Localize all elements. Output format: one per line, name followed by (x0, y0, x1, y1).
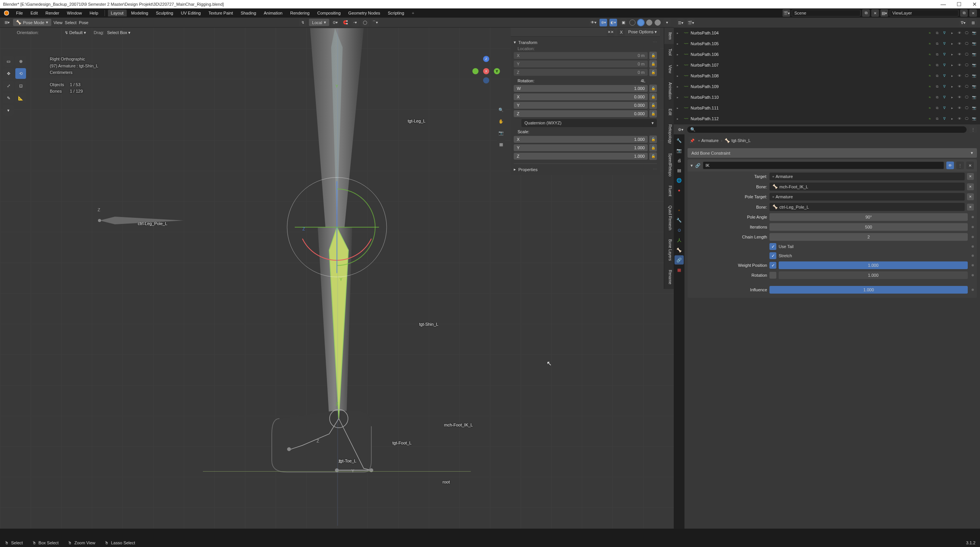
target-clear-icon[interactable]: ✕ (967, 173, 974, 180)
ntab-speedretopo[interactable]: SpeedRetopo (664, 149, 674, 181)
ptab-data[interactable]: 🦴 (675, 245, 684, 255)
disable-toggle-icon[interactable]: 🖵 (964, 41, 970, 47)
restrict-icon[interactable]: ⧉ (934, 94, 940, 100)
snap-icon[interactable]: 🧲 (341, 19, 349, 26)
scene-field[interactable]: Scene (792, 10, 861, 16)
lock-scl-x-icon[interactable]: 🔓 (649, 136, 657, 143)
lock-scl-y-icon[interactable]: 🔓 (649, 144, 657, 152)
snap-type-icon[interactable]: ▫▾ (351, 19, 359, 26)
anim-dot-icon[interactable] (972, 216, 974, 218)
pin-icon[interactable]: 📌 (688, 137, 696, 144)
ntab-quadremesh[interactable]: Quad Remesh (664, 201, 674, 235)
constraint-name-input[interactable] (703, 162, 944, 169)
expand-icon[interactable]: ▸ (677, 85, 681, 88)
lock-rot-z-icon[interactable]: 🔓 (649, 110, 657, 118)
expand-icon[interactable]: ▸ (677, 64, 681, 67)
outliner-item[interactable]: ▸ 〰 NurbsPath.108 ≈ ⧉ ∇ ▸ 👁 🖵 📷 (674, 70, 980, 81)
target-field[interactable]: ▫ Armature (769, 173, 965, 180)
hide-toggle-icon[interactable]: 👁 (956, 94, 962, 100)
ntab-bonelayers[interactable]: Bone Layers (664, 235, 674, 265)
render-toggle-icon[interactable]: 📷 (971, 94, 977, 100)
menu-view3d-select[interactable]: Select (65, 20, 77, 25)
anim-dot-icon[interactable] (972, 274, 974, 276)
ntab-rename[interactable]: Rename (664, 265, 674, 289)
outliner-item[interactable]: ▸ 〰 NurbsPath.105 ≈ ⧉ ∇ ▸ 👁 🖵 📷 (674, 38, 980, 49)
render-toggle-icon[interactable]: 📷 (971, 30, 977, 36)
ptarget-field[interactable]: ▫ Armature (769, 193, 965, 201)
render-toggle-icon[interactable]: 📷 (971, 73, 977, 79)
restrict-icon[interactable]: ⧉ (934, 83, 940, 90)
pbone-field[interactable]: 🦴 ctrl-Leg_Pole_L (769, 203, 965, 211)
modifier-icon[interactable]: ∇ (941, 30, 947, 36)
tab-layout[interactable]: Layout (108, 10, 127, 16)
modifier-icon[interactable]: ∇ (941, 83, 947, 90)
select-toggle-icon[interactable]: ▸ (949, 73, 955, 79)
filter-icon[interactable]: ∇▾ (959, 19, 967, 26)
mesh-icon[interactable]: ≈ (927, 116, 933, 122)
bc-bone[interactable]: 🦴 tgt-Shin_L (725, 138, 751, 143)
expand-icon[interactable]: ▸ (677, 53, 681, 56)
outliner-mode-icon[interactable]: 🎬▾ (687, 19, 694, 26)
props-type-icon[interactable]: ⚙▾ (677, 126, 684, 133)
mode-selector[interactable]: 🦴 Pose Mode ▾ (13, 19, 51, 26)
expand-icon[interactable]: ▸ (677, 117, 681, 121)
expand-icon[interactable]: ▸ (677, 31, 681, 35)
outliner-item[interactable]: ▸ 〰 NurbsPath.104 ≈ ⧉ ∇ ▸ 👁 🖵 📷 (674, 28, 980, 38)
scene-copy-icon[interactable]: ⧉ (862, 9, 870, 17)
scene-browse-icon[interactable]: 🎬▾ (782, 9, 790, 17)
viewport-3d[interactable]: ⊞▾ 🦴 Pose Mode ▾ View Select Pose ↯ Loca… (0, 18, 674, 529)
lock-rot-x-icon[interactable]: 🔓 (649, 93, 657, 101)
viewlayer-delete-icon[interactable]: ✕ (969, 9, 977, 17)
menu-help[interactable]: Help (87, 10, 101, 16)
modifier-icon[interactable]: ∇ (941, 73, 947, 79)
menu-file[interactable]: File (13, 10, 26, 16)
bc-armature[interactable]: ▫ Armature (698, 138, 719, 143)
restrict-icon[interactable]: ⧉ (934, 105, 940, 111)
render-toggle-icon[interactable]: 📷 (971, 51, 977, 57)
wpos-checkbox[interactable]: ✓ (769, 262, 776, 269)
outliner-item[interactable]: ▸ 〰 NurbsPath.111 ≈ ⧉ ∇ ▸ 👁 🖵 📷 (674, 103, 980, 113)
tab-uvediting[interactable]: UV Editing (178, 10, 204, 16)
rotc-checkbox[interactable] (769, 272, 776, 279)
anim-dot-icon[interactable] (972, 255, 974, 257)
anim-dot-icon[interactable] (972, 236, 974, 238)
props-options-icon[interactable]: ⋮ (969, 126, 977, 133)
scl-x[interactable]: 1.000 (634, 137, 645, 142)
new-collection-icon[interactable]: ⊞ (969, 19, 977, 26)
ptab-world[interactable]: ● (675, 186, 684, 195)
modifier-icon[interactable]: ∇ (941, 94, 947, 100)
ntab-retopology[interactable]: Retopology (664, 120, 674, 149)
axis-x-icon[interactable]: X (483, 68, 489, 74)
hide-toggle-icon[interactable]: 👁 (956, 62, 962, 68)
disable-toggle-icon[interactable]: 🖵 (964, 94, 970, 100)
hide-toggle-icon[interactable]: 👁 (956, 51, 962, 57)
shading-material-icon[interactable] (646, 20, 652, 26)
ptab-scene[interactable]: 🌐 (675, 176, 684, 185)
tool-move[interactable]: ✥ (3, 68, 14, 79)
anim-dot-icon[interactable] (972, 226, 974, 228)
usetail-checkbox[interactable]: ✓ (769, 243, 776, 250)
rot-x[interactable]: 0.000 (634, 95, 645, 99)
rot-y[interactable]: 0.000 (634, 103, 645, 108)
ptab-render[interactable]: 📷 (675, 146, 684, 155)
ntab-view[interactable]: View (664, 60, 674, 78)
constraint-extras-icon[interactable]: ⋮ (956, 162, 964, 169)
anim-dot-icon[interactable] (972, 264, 974, 266)
render-toggle-icon[interactable]: 📷 (971, 116, 977, 122)
disable-toggle-icon[interactable]: 🖵 (964, 30, 970, 36)
axis-z-icon[interactable]: Z (483, 56, 489, 62)
rotc-slider[interactable]: 1.000 (779, 271, 968, 279)
constraint-delete-icon[interactable]: ✕ (966, 162, 974, 169)
ptab-modifier[interactable]: 🔧 (675, 216, 684, 225)
ptarget-clear-icon[interactable]: ✕ (967, 193, 974, 200)
orientation-icon[interactable]: ↯ (299, 19, 307, 26)
hide-toggle-icon[interactable]: 👁 (956, 41, 962, 47)
pangle-field[interactable]: 90° (769, 213, 968, 221)
loc-z[interactable]: 0 m (638, 70, 645, 75)
outliner-item[interactable]: ▸ 〰 NurbsPath.109 ≈ ⧉ ∇ ▸ 👁 🖵 📷 (674, 81, 980, 92)
menu-view3d-view[interactable]: View (54, 20, 63, 25)
pivot-icon[interactable]: ⊙▾ (332, 19, 339, 26)
tab-modeling[interactable]: Modeling (128, 10, 152, 16)
select-toggle-icon[interactable]: ▸ (949, 30, 955, 36)
pan-icon[interactable]: ✋ (497, 117, 505, 126)
